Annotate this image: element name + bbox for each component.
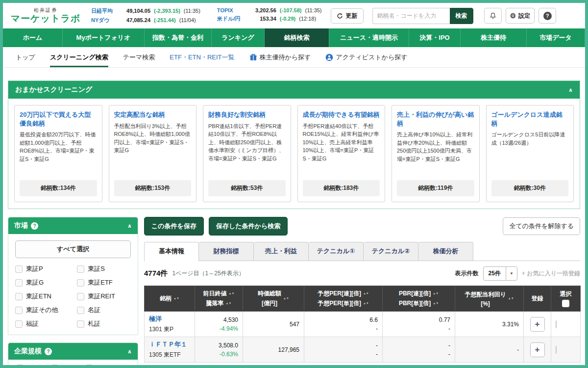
checkbox-nse[interactable]: 名証 [77, 306, 131, 315]
checkbox-icon[interactable] [77, 320, 84, 328]
subnav-item-screening[interactable]: スクリーニング検索 [50, 47, 108, 67]
help-icon[interactable]: ? [45, 348, 52, 355]
omakase-panel-header[interactable]: おまかせスクリーニング ∧ [8, 81, 580, 99]
checkbox-tse-standard[interactable]: 東証S [77, 264, 131, 273]
checkbox-icon[interactable] [15, 320, 23, 328]
quote-topix: TOPIX 3,202.56 (-107.58) (11:35) [217, 7, 322, 13]
display-count-select[interactable]: 25件 ▼ [483, 266, 517, 281]
subnav-item-etf-list[interactable]: ETF・ETN・REIT一覧 [170, 47, 234, 67]
sort-icon[interactable]: ▲▼ [229, 292, 235, 295]
sort-icon[interactable]: ▲▼ [433, 292, 439, 295]
nav-item-portfolio[interactable]: Myポートフォリオ [63, 28, 145, 47]
company-size-panel-header[interactable]: 企業規模 ? ∧ [8, 343, 138, 360]
display-count-value: 25件 [484, 267, 506, 280]
checkbox-icon[interactable] [15, 293, 23, 300]
tab-sales-profit[interactable]: 売上・利益 [254, 242, 309, 261]
checkbox-fse[interactable]: 福証 [15, 319, 77, 328]
checkbox-icon[interactable] [77, 293, 84, 300]
card-count-badge: 銘柄数:153件 [114, 180, 192, 196]
checkbox-icon[interactable] [77, 265, 84, 273]
quote-label: TOPIX [217, 7, 242, 13]
nav-item-market-data[interactable]: 市場データ [527, 28, 585, 47]
search-input[interactable] [372, 8, 450, 24]
checkbox-icon[interactable] [86, 365, 93, 368]
nav-item-news[interactable]: ニュース・適時開示 [329, 28, 409, 47]
sort-icon[interactable]: ▲▼ [363, 302, 369, 305]
tab-technical-1[interactable]: テクニカル① [309, 242, 364, 261]
clear-conditions-button[interactable]: 全ての条件を解除する [503, 217, 580, 235]
stock-name-link[interactable]: ｉＦＴＰ年１ [149, 340, 190, 349]
tab-price-analysis[interactable]: 株価分析 [418, 242, 473, 261]
favorite-bulk-register-button[interactable]: + お気に入り一括登録 [522, 269, 580, 278]
row-checkbox[interactable] [556, 346, 557, 354]
checkbox-sse[interactable]: 札証 [77, 319, 131, 328]
tab-basic-info[interactable]: 基本情報 [144, 242, 199, 261]
stock-name-link[interactable]: 極洋 [149, 315, 190, 323]
select-all-button[interactable]: すべて選択 [15, 240, 131, 258]
subnav-item-theme-search[interactable]: テーマ検索 [123, 47, 155, 67]
checkbox-tse-reit[interactable]: 東証REIT [77, 292, 131, 301]
col-label: 騰落率 [206, 299, 224, 308]
screening-card-sales-profit-growth[interactable]: 売上・利益の伸びが高い銘柄 売上高伸び率10%以上、経常利益伸び率20%以上、時… [392, 105, 480, 202]
search-button[interactable]: 検索 [450, 8, 473, 24]
checkbox-tse-prime[interactable]: 東証P [15, 264, 77, 273]
refresh-button[interactable]: 更新 [331, 8, 364, 24]
subnav-item-top[interactable]: トップ [16, 47, 35, 67]
tab-technical-2[interactable]: テクニカル② [364, 242, 418, 261]
market-panel-header[interactable]: 市場 ? ∧ [8, 217, 138, 234]
collapse-chevron-icon[interactable]: ∧ [127, 223, 132, 229]
checkbox-icon[interactable] [16, 365, 24, 368]
nav-item-index-fx-rates[interactable]: 指数・為替・金利 [145, 28, 212, 47]
screening-card-growth[interactable]: 成長が期待できる有望銘柄 予想PER連結40倍以下、予想ROE15%以上、経常利… [297, 105, 386, 202]
sort-icon[interactable]: ▲▼ [283, 297, 289, 300]
subnav-item-benefits-search[interactable]: 株主優待から探す [249, 47, 311, 67]
checkbox-icon[interactable] [77, 307, 84, 314]
sort-icon[interactable]: ▲▼ [173, 297, 179, 300]
activist-icon [325, 53, 333, 61]
market-checkbox-grid: 東証P 東証S 東証G 東証ETF 東証ETN 東証REIT 東証その他 名証 … [15, 264, 131, 328]
settings-button[interactable]: ⚙ 設定 [506, 8, 535, 24]
sort-icon[interactable]: ▲▼ [508, 297, 514, 300]
omakase-card-list: 20万円以下で買える大型優良銘柄 最低投資金額20万円以下、時価総額1,000億… [8, 99, 580, 209]
nav-item-shareholder-benefits[interactable]: 株主優待 [461, 28, 527, 47]
help-icon[interactable]: ? [31, 222, 38, 230]
sort-icon[interactable]: ▲▼ [226, 302, 232, 305]
tab-financial-indicators[interactable]: 財務指標 [199, 242, 254, 261]
checkbox-icon[interactable] [77, 279, 84, 287]
collapse-chevron-icon[interactable]: ∧ [127, 348, 132, 355]
checkbox-icon[interactable] [51, 365, 58, 368]
screening-card-golden-cross[interactable]: ゴールデンクロス達成銘柄 ゴールデンクロス5日前以降達成（13週/26週） 銘柄… [486, 105, 574, 202]
checkbox-tse-growth[interactable]: 東証G [15, 278, 77, 287]
collapse-chevron-icon[interactable]: ∧ [568, 87, 573, 93]
checkbox-label: 東証G [26, 278, 44, 287]
pbr-consolidated: 0.77 [439, 316, 450, 323]
notifications-button[interactable] [484, 8, 502, 24]
row-checkbox[interactable] [556, 320, 557, 328]
brand-logo[interactable]: 松井証券 マーケットラボ [9, 7, 82, 24]
quote-usdjpy: 米ドル/円 153.34 (-0.29) (12:18) [217, 15, 322, 23]
add-to-portfolio-button[interactable]: + [530, 317, 545, 332]
checkbox-icon[interactable] [15, 265, 23, 273]
screening-card-undervalued[interactable]: 財務良好な割安銘柄 PBR連結1倍以下、予想PER連結10倍以下、予想ROE8%… [203, 105, 291, 202]
screening-card-high-dividend[interactable]: 安定高配当な銘柄 予想配当利回り3%以上、予想ROE8%以上、時価総額1,000… [109, 105, 197, 202]
add-to-portfolio-button[interactable]: + [530, 342, 545, 357]
nav-item-earnings-ipo[interactable]: 決算・IPO [409, 28, 461, 47]
nav-item-stock-search[interactable]: 銘柄検索 [265, 28, 329, 47]
checkbox-tse-etn[interactable]: 東証ETN [15, 292, 77, 301]
nav-item-home[interactable]: ホーム [3, 28, 63, 47]
checkbox-icon[interactable] [15, 279, 23, 287]
subnav-item-activist-search[interactable]: アクティビストから探す [325, 47, 407, 67]
sort-icon[interactable]: ▲▼ [433, 302, 439, 305]
nav-item-ranking[interactable]: ランキング [212, 28, 265, 47]
select-all-checkbox[interactable] [562, 300, 569, 307]
sort-icon[interactable]: ▲▼ [363, 292, 369, 295]
checkbox-icon[interactable] [15, 307, 23, 314]
screening-card-large-value[interactable]: 20万円以下で買える大型優良銘柄 最低投資金額20万円以下、時価総額1,000億… [14, 105, 102, 202]
save-condition-button[interactable]: この条件を保存 [144, 217, 204, 236]
sub-nav: トップ スクリーニング検索 テーマ検索 ETF・ETN・REIT一覧 株主優待か… [3, 47, 585, 68]
results-main: この条件を保存 保存した条件から検索 全ての条件を解除する 基本情報 財務指標 … [144, 217, 580, 363]
checkbox-tse-other[interactable]: 東証その他 [15, 306, 77, 315]
load-condition-button[interactable]: 保存した条件から検索 [209, 217, 288, 236]
checkbox-tse-etf[interactable]: 東証ETF [77, 278, 131, 287]
help-button[interactable]: ? [539, 8, 556, 24]
